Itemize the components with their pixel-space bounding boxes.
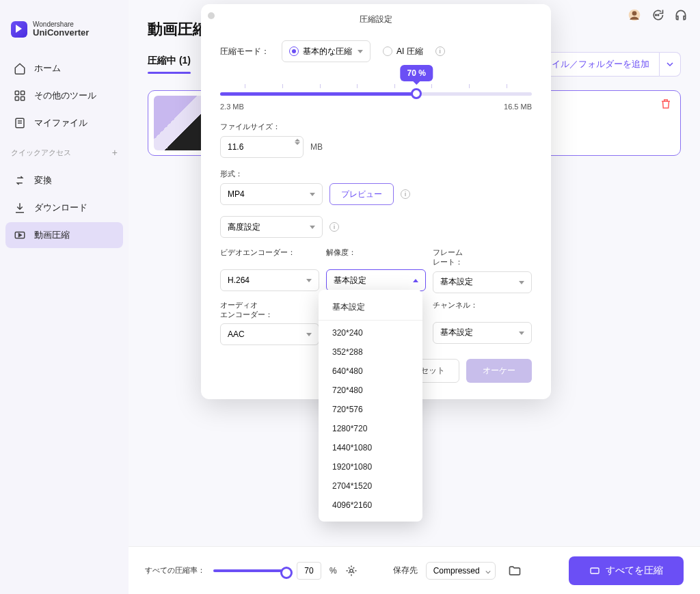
channel-select[interactable]: 基本設定 [433, 322, 532, 344]
resolution-label: 解像度： [326, 247, 425, 265]
info-icon[interactable]: i [329, 222, 339, 232]
nav-label: その他のツール [34, 90, 96, 102]
file-icon [14, 117, 26, 129]
modal-close-dot[interactable] [208, 12, 215, 19]
quick-compress-video[interactable]: 動画圧縮 [5, 222, 123, 248]
audio-encoder-label: オーディオ エンコーダー： [220, 300, 319, 320]
video-encoder-label: ビデオエンコーダー： [220, 247, 319, 265]
compress-icon [14, 229, 26, 241]
compress-all-button[interactable]: すべてを圧縮 [569, 556, 684, 585]
ratio-label: すべての圧縮率： [145, 565, 205, 576]
nav-label: マイファイル [34, 117, 88, 129]
svg-rect-3 [21, 97, 25, 100]
video-thumbnail [154, 96, 208, 150]
plus-icon[interactable]: + [112, 147, 118, 158]
ok-button[interactable]: オーケー [466, 359, 532, 383]
format-select[interactable]: MP4 [220, 183, 323, 205]
resolution-option[interactable]: 2704*1520 [319, 476, 422, 496]
resolution-option[interactable]: 352*288 [319, 342, 422, 362]
grid-icon [14, 90, 26, 102]
slider-min: 2.3 MB [220, 103, 244, 111]
resolution-dropdown: 基本設定320*240352*288640*480720*480720*5761… [319, 290, 422, 522]
mode-label: 圧縮モード： [220, 46, 269, 57]
filesize-input[interactable]: 11.6 [220, 136, 304, 158]
quick-access-header: クイックアクセス + [0, 141, 129, 163]
channel-label: チャンネル： [433, 300, 532, 318]
bottom-bar: すべての圧縮率： % 保存先 Compressed すべてを圧縮 [129, 546, 700, 594]
tab-compressing[interactable]: 圧縮中 (1) [148, 55, 191, 74]
resolution-option[interactable]: 基本設定 [319, 297, 422, 321]
framerate-select[interactable]: 基本設定 [433, 271, 532, 293]
resolution-option[interactable]: 720*576 [319, 400, 422, 419]
advanced-select[interactable]: 高度設定 [220, 216, 323, 238]
logo-text: Wondershare UniConverter [33, 21, 89, 38]
mode-ai-radio[interactable]: AI 圧縮 [383, 46, 423, 57]
resolution-option[interactable]: 640*480 [319, 362, 422, 381]
sidebar: Wondershare UniConverter ホーム その他のツール マイフ… [0, 0, 129, 594]
logo-icon [11, 21, 27, 38]
nav-label: ダウンロード [34, 202, 88, 214]
svg-point-12 [349, 569, 353, 572]
nav-home[interactable]: ホーム [5, 55, 123, 81]
preview-button[interactable]: プレビュー [329, 183, 394, 205]
home-icon [14, 62, 26, 75]
mode-basic-radio[interactable]: 基本的な圧縮 [282, 40, 371, 62]
resolution-option[interactable]: 720*480 [319, 381, 422, 400]
slider-bubble: 70 % [401, 65, 433, 81]
video-encoder-select[interactable]: H.264 [220, 269, 319, 291]
compression-slider[interactable]: 70 % 2.3 MB 16.5 MB [220, 92, 532, 111]
download-icon [14, 202, 26, 214]
nav-label: 動画圧縮 [34, 229, 70, 241]
quick-download[interactable]: ダウンロード [5, 195, 123, 221]
add-file-dropdown[interactable] [660, 52, 681, 77]
app-logo: Wondershare UniConverter [0, 14, 129, 51]
filesize-label: ファイルサイズ： [220, 122, 532, 132]
folder-icon[interactable] [508, 564, 522, 578]
percent-sign: % [329, 566, 337, 576]
slider-max: 16.5 MB [504, 103, 532, 111]
save-to-label: 保存先 [393, 565, 418, 576]
resolution-option[interactable]: 1920*1080 [319, 457, 422, 476]
nav-other-tools[interactable]: その他のツール [5, 83, 123, 109]
resolution-select[interactable]: 基本設定 [326, 269, 425, 291]
svg-rect-2 [15, 97, 18, 100]
framerate-label: フレーム レート： [433, 247, 532, 267]
nav-label: 変換 [34, 174, 52, 187]
info-icon[interactable]: i [401, 189, 410, 199]
svg-rect-1 [21, 92, 25, 95]
resolution-option[interactable]: 320*240 [319, 323, 422, 342]
convert-icon [14, 174, 26, 187]
nav-label: ホーム [34, 62, 61, 75]
nav-my-files[interactable]: マイファイル [5, 110, 123, 136]
resolution-option[interactable]: 1280*720 [319, 419, 422, 438]
save-to-select[interactable]: Compressed [426, 562, 496, 580]
svg-rect-13 [591, 568, 599, 573]
audio-encoder-select[interactable]: AAC [220, 323, 319, 345]
modal-title: 圧縮設定 [220, 12, 532, 25]
info-icon[interactable]: i [435, 46, 445, 56]
quick-convert[interactable]: 変換 [5, 167, 123, 193]
global-ratio-input[interactable] [297, 562, 321, 580]
gear-icon[interactable] [345, 565, 358, 577]
format-label: 形式： [220, 169, 532, 179]
resolution-option[interactable]: 1440*1080 [319, 438, 422, 457]
global-ratio-slider[interactable] [213, 569, 288, 572]
resolution-option[interactable]: 4096*2160 [319, 496, 422, 515]
svg-rect-0 [15, 92, 18, 95]
delete-icon[interactable] [660, 98, 672, 110]
compress-icon [589, 565, 600, 576]
filesize-unit: MB [310, 142, 323, 152]
